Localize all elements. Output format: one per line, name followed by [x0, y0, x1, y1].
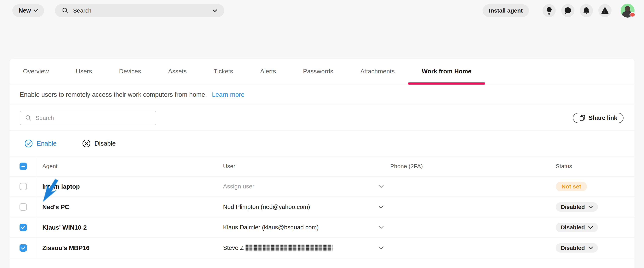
agent-name[interactable]: Ned's PC [37, 204, 214, 211]
chevron-down-icon [588, 206, 593, 209]
alerts-warning-icon[interactable] [598, 4, 612, 17]
column-header-status[interactable]: Status [556, 163, 634, 170]
search-icon [62, 7, 69, 14]
tab-users[interactable]: Users [62, 58, 106, 84]
status-badge: Not set [556, 182, 587, 191]
user-assign-dropdown[interactable]: Assign user [214, 183, 390, 190]
chevron-down-icon[interactable] [379, 206, 384, 209]
chevron-down-icon[interactable] [379, 226, 384, 229]
status-cell: Disabled [556, 202, 634, 212]
row-checkbox-cell[interactable] [10, 197, 37, 217]
chevron-down-icon[interactable] [379, 185, 384, 188]
assign-user-placeholder: Assign user [223, 183, 254, 190]
check-circle-icon [24, 139, 33, 148]
tab-bar: Overview Users Devices Assets Tickets Al… [10, 59, 634, 84]
table-controls: Share link [10, 105, 634, 131]
disable-label: Disable [94, 140, 116, 147]
status-cell: Disabled [556, 223, 634, 232]
row-checkbox-cell[interactable] [10, 238, 37, 258]
column-header-user[interactable]: User [214, 163, 390, 170]
checkbox-unchecked[interactable] [20, 183, 27, 190]
table-row: Intern laptop Assign user Not set [10, 177, 634, 197]
avatar-status-badge [630, 12, 635, 17]
checkbox-indeterminate[interactable] [20, 163, 27, 170]
global-search[interactable]: Search [55, 4, 224, 17]
status-dropdown-badge[interactable]: Disabled [556, 243, 598, 253]
share-link-button[interactable]: Share link [573, 113, 624, 123]
status-dropdown-badge[interactable]: Disabled [556, 223, 598, 232]
search-icon [25, 115, 32, 121]
chevron-down-icon[interactable] [379, 246, 384, 250]
user-value: Steve Z [223, 245, 244, 252]
tab-alerts[interactable]: Alerts [246, 58, 290, 84]
lightbulb-icon[interactable] [542, 4, 556, 17]
new-button[interactable]: New [12, 4, 44, 17]
chevron-down-icon[interactable] [212, 9, 217, 12]
notifications-bell-icon[interactable] [580, 4, 593, 17]
tab-work-from-home[interactable]: Work from Home [408, 58, 485, 84]
table-search-field[interactable] [20, 111, 156, 125]
tab-passwords[interactable]: Passwords [290, 58, 347, 84]
column-header-phone[interactable]: Phone (2FA) [390, 163, 556, 170]
status-cell: Not set [556, 182, 634, 191]
row-checkbox-cell[interactable] [10, 177, 37, 197]
page-header: Pescespada Island Give feedback [0, 28, 644, 50]
tab-overview[interactable]: Overview [10, 58, 62, 84]
checkbox-checked[interactable] [20, 224, 27, 231]
agent-name[interactable]: Intern laptop [37, 183, 214, 190]
table-row: Klaus' WIN10-2 Klaus Daimler (klaus@bsqu… [10, 217, 634, 238]
agent-name[interactable]: Zissou's MBP16 [37, 245, 214, 252]
banner-text: Enable users to remotely access their wo… [20, 91, 207, 98]
table-row: Zissou's MBP16 Steve Z Disabled [10, 238, 634, 258]
table-row: Ned's PC Ned Plimpton (ned@yahoo.com) Di… [10, 197, 634, 217]
chevron-down-icon [588, 226, 593, 229]
redacted-email [246, 245, 333, 251]
user-assign-dropdown[interactable]: Steve Z [214, 245, 390, 252]
tab-tickets[interactable]: Tickets [200, 58, 246, 84]
copy-icon [579, 114, 586, 121]
enable-label: Enable [37, 140, 57, 147]
user-value: Klaus Daimler (klaus@bsquad.com) [223, 224, 319, 231]
row-checkbox-cell[interactable] [10, 217, 37, 238]
chevron-down-icon [588, 247, 593, 250]
learn-more-link[interactable]: Learn more [212, 91, 244, 98]
column-header-agent[interactable]: Agent [37, 163, 214, 170]
chevron-down-icon [34, 9, 38, 12]
chat-icon[interactable] [561, 4, 574, 17]
install-agent-label: Install agent [489, 7, 522, 14]
bulk-actions: Enable Disable [10, 131, 634, 156]
top-toolbar: New Search Install agent [0, 0, 644, 22]
checkbox-unchecked[interactable] [20, 203, 27, 211]
agent-name[interactable]: Klaus' WIN10-2 [37, 224, 214, 231]
site-card: Overview Users Devices Assets Tickets Al… [10, 59, 634, 268]
status-dropdown-badge[interactable]: Disabled [556, 202, 598, 212]
status-cell: Disabled [556, 243, 634, 253]
tab-attachments[interactable]: Attachments [347, 58, 408, 84]
table-header: Agent User Phone (2FA) Status [10, 156, 634, 177]
disable-button[interactable]: Disable [78, 139, 120, 148]
install-agent-button[interactable]: Install agent [482, 4, 529, 17]
enable-button[interactable]: Enable [20, 139, 61, 148]
user-assign-dropdown[interactable]: Ned Plimpton (ned@yahoo.com) [214, 204, 390, 211]
table-search-input[interactable] [36, 115, 151, 121]
tab-assets[interactable]: Assets [154, 58, 200, 84]
checkbox-checked[interactable] [20, 244, 27, 252]
x-circle-icon [82, 139, 91, 148]
tab-devices[interactable]: Devices [106, 58, 154, 84]
share-link-label: Share link [589, 114, 617, 121]
new-button-label: New [18, 7, 31, 14]
user-assign-dropdown[interactable]: Klaus Daimler (klaus@bsquad.com) [214, 224, 390, 231]
global-search-label: Search [73, 7, 208, 14]
user-value: Ned Plimpton (ned@yahoo.com) [223, 204, 310, 211]
description-banner: Enable users to remotely access their wo… [10, 84, 634, 105]
select-all-checkbox[interactable] [10, 156, 37, 176]
